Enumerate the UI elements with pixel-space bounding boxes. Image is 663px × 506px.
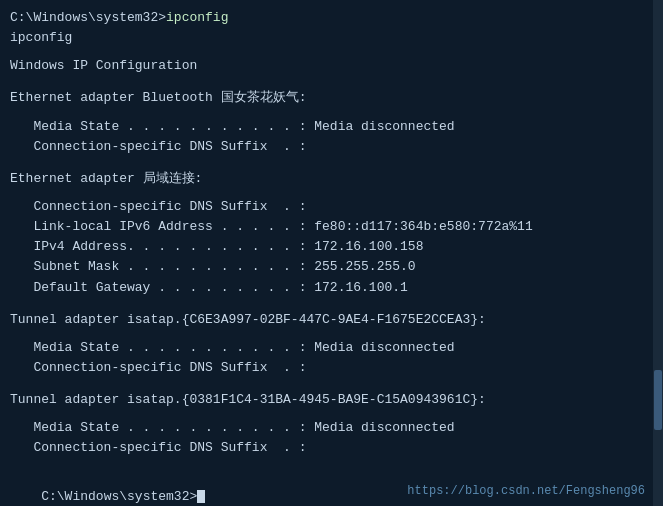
spacer <box>10 410 653 418</box>
local-subnet: Subnet Mask . . . . . . . . . . . : 255.… <box>10 257 653 277</box>
tunnel2-media-state: Media State . . . . . . . . . . . : Medi… <box>10 418 653 438</box>
prompt: C:\Windows\system32> <box>10 10 166 25</box>
local-dns-suffix: Connection-specific DNS Suffix . : <box>10 197 653 217</box>
footer-url: https://blog.csdn.net/Fengsheng96 <box>407 484 645 498</box>
section-tunnel1: Tunnel adapter isatap.{C6E3A997-02BF-447… <box>10 310 653 330</box>
bluetooth-media-state: Media State . . . . . . . . . . . : Medi… <box>10 117 653 137</box>
spacer <box>10 48 653 56</box>
spacer <box>10 298 653 306</box>
tunnel1-media-state: Media State . . . . . . . . . . . : Medi… <box>10 338 653 358</box>
local-gateway: Default Gateway . . . . . . . . . : 172.… <box>10 278 653 298</box>
spacer <box>10 378 653 386</box>
scrollbar-thumb[interactable] <box>654 370 662 430</box>
spacer <box>10 189 653 197</box>
spacer <box>10 76 653 84</box>
bluetooth-dns-suffix: Connection-specific DNS Suffix . : <box>10 137 653 157</box>
spacer <box>10 330 653 338</box>
section-local: Ethernet adapter 局域连接: <box>10 169 653 189</box>
tunnel1-dns-suffix: Connection-specific DNS Suffix . : <box>10 358 653 378</box>
tunnel2-dns-suffix: Connection-specific DNS Suffix . : <box>10 438 653 458</box>
cmd-prompt-line: C:\Windows\system32>ipconfig <box>10 8 653 28</box>
final-prompt: C:\Windows\system32> <box>41 489 197 504</box>
windows-ip-config: Windows IP Configuration <box>10 56 653 76</box>
command: ipconfig <box>166 10 228 25</box>
local-ipv4: IPv4 Address. . . . . . . . . . . : 172.… <box>10 237 653 257</box>
cmd-echo: ipconfig <box>10 28 653 48</box>
cursor <box>197 490 205 503</box>
spacer <box>10 459 653 467</box>
local-ipv6: Link-local IPv6 Address . . . . . : fe80… <box>10 217 653 237</box>
spacer <box>10 157 653 165</box>
scrollbar[interactable] <box>653 0 663 506</box>
section-bluetooth: Ethernet adapter Bluetooth 国女茶花妖气: <box>10 88 653 108</box>
section-tunnel2: Tunnel adapter isatap.{0381F1C4-31BA-494… <box>10 390 653 410</box>
spacer <box>10 109 653 117</box>
terminal-window: C:\Windows\system32>ipconfig ipconfig Wi… <box>0 0 663 506</box>
